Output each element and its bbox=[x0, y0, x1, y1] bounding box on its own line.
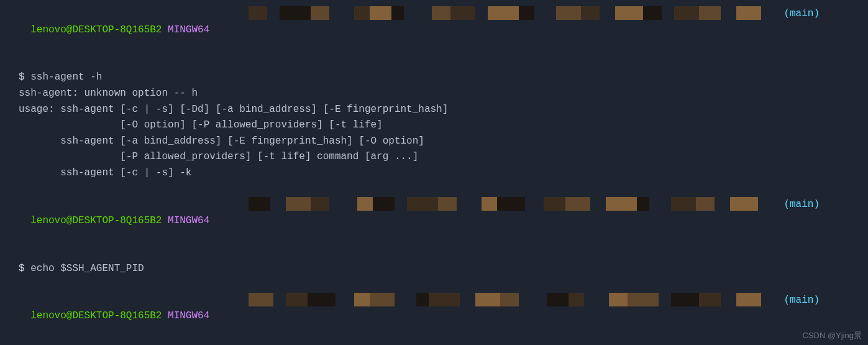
output-line: usage: ssh-agent [-c | -s] [-Dd] [-a bin… bbox=[19, 102, 868, 118]
user-host: lenovo@DESKTOP-8Q165B2 bbox=[30, 24, 162, 35]
prompt-line: lenovo@DESKTOP-8Q165B2 MINGW64 (main) bbox=[19, 197, 868, 260]
command-text: echo $SSH_AGENT_PID bbox=[30, 263, 144, 274]
shell-label: MINGW64 bbox=[168, 310, 209, 321]
output-line: [-O option] [-P allowed_providers] [-t l… bbox=[19, 117, 868, 134]
shell-label: MINGW64 bbox=[168, 215, 209, 226]
redacted-path bbox=[249, 197, 789, 211]
prompt-line: lenovo@DESKTOP-8Q165B2 MINGW64 (main) bbox=[19, 6, 868, 70]
blank-line bbox=[19, 277, 868, 293]
command-line[interactable]: $ ssh-agent -h bbox=[19, 70, 868, 86]
user-host: lenovo@DESKTOP-8Q165B2 bbox=[30, 215, 162, 226]
branch-label: (main) bbox=[783, 197, 820, 213]
prompt-symbol: $ bbox=[19, 263, 25, 274]
output-line: ssh-agent: unknown option -- h bbox=[19, 86, 868, 102]
redacted-path bbox=[249, 293, 789, 306]
output-line: [-P allowed_providers] [-t life] command… bbox=[19, 149, 868, 165]
output-line: ssh-agent [-a bind_address] [-E fingerpr… bbox=[19, 134, 868, 150]
prompt-symbol: $ bbox=[19, 71, 25, 83]
shell-label: MINGW64 bbox=[168, 24, 209, 35]
branch-label: (main) bbox=[783, 6, 820, 22]
output-line: ssh-agent [-c | -s] -k bbox=[19, 165, 868, 182]
watermark: CSDN @Yjing景 bbox=[802, 329, 862, 343]
blank-line bbox=[19, 182, 868, 198]
command-line[interactable]: $ echo $SSH_AGENT_PID bbox=[19, 261, 868, 277]
prompt-line: lenovo@DESKTOP-8Q165B2 MINGW64 (main) bbox=[19, 293, 868, 345]
command-text: ssh-agent -h bbox=[30, 71, 102, 83]
redacted-path bbox=[249, 6, 789, 20]
user-host: lenovo@DESKTOP-8Q165B2 bbox=[30, 310, 162, 321]
branch-label: (main) bbox=[783, 293, 820, 309]
